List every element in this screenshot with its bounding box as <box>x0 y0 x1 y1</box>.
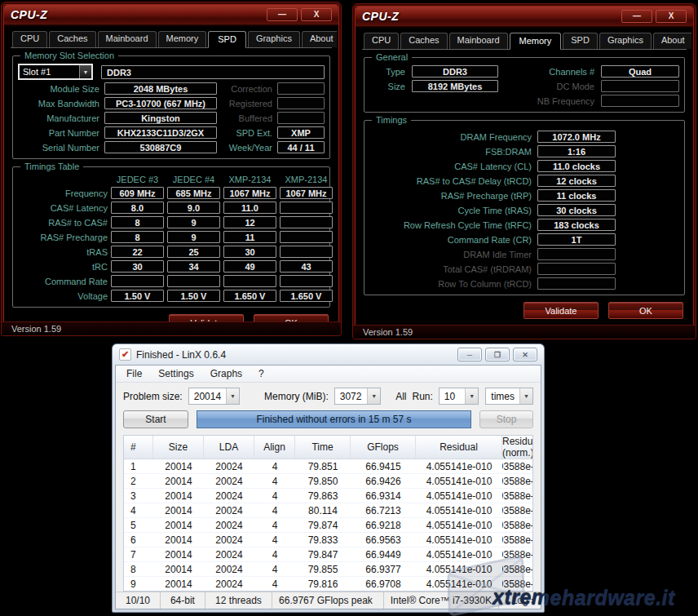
table-row[interactable]: 8 20014 20024 4 79.855 66.9377 4.055141e… <box>124 562 532 577</box>
tab-caches[interactable]: Caches <box>49 31 95 47</box>
run-count-select[interactable]: 10 ▼ <box>439 388 479 405</box>
tab-cpu[interactable]: CPU <box>364 33 399 49</box>
validate-button[interactable]: Validate <box>169 314 244 321</box>
log-button[interactable]: Log › <box>499 592 541 609</box>
cell-residual-norm: 3.593588e-002 <box>502 562 532 576</box>
tab-caches[interactable]: Caches <box>400 33 447 49</box>
title-bar[interactable]: ✔ Finished - LinX 0.6.4 ─ ❐ ✕ <box>115 344 541 365</box>
cell-residual-norm: 3.593588e-002 <box>502 474 532 488</box>
timing-row: Command Rate (CR) 1T <box>369 233 616 246</box>
minimize-button[interactable]: — <box>267 8 298 21</box>
tab-spd[interactable]: SPD <box>563 33 598 49</box>
memory-select[interactable]: 3072 ▼ <box>334 388 381 405</box>
title-bar[interactable]: CPU-Z — X <box>4 5 338 25</box>
menu-graphs[interactable]: Graphs <box>203 366 250 381</box>
column-header[interactable]: # <box>124 436 153 459</box>
table-header[interactable]: # Size LDA Align Time GFlops Residual Re… <box>124 436 532 459</box>
column-header[interactable]: Align <box>254 436 295 459</box>
tab-spd[interactable]: SPD <box>208 31 246 48</box>
menu-help[interactable]: ? <box>251 366 272 381</box>
field-label: Module Size <box>18 84 99 94</box>
column-header[interactable]: GFlops <box>351 436 416 459</box>
timing-value: 1072.0 MHz <box>537 131 616 143</box>
table-row[interactable]: 2 20014 20024 4 79.850 66.9426 4.055141e… <box>124 474 532 489</box>
dc-mode-value <box>601 80 679 92</box>
timing-label: CAS# Latency <box>18 203 108 213</box>
chevron-down-icon[interactable]: ▼ <box>465 388 478 404</box>
timing-label: Command Rate (CR) <box>369 235 532 245</box>
timing-value: 1.650 V <box>223 290 276 302</box>
timing-label: Voltage <box>18 291 108 301</box>
timings-column-headers: JEDEC #3 JEDEC #4 XMP-2134 XMP-2134 <box>18 175 325 184</box>
table-row[interactable]: 9 20014 20024 4 79.816 66.9708 4.055141e… <box>124 577 532 592</box>
cell-residual: 4.055141e-010 <box>416 577 502 591</box>
cell-gflops: 66.7213 <box>351 503 416 517</box>
problem-size-select[interactable]: 20014 ▼ <box>188 388 240 405</box>
cell-run-number: 8 <box>124 562 153 576</box>
tab-graphics[interactable]: Graphics <box>599 33 652 49</box>
tab-cpu[interactable]: CPU <box>12 31 47 47</box>
cpuz-memory-window: CPU-Z — X CPU Caches Mainboard Memory SP… <box>352 3 696 339</box>
chevron-down-icon[interactable]: ▼ <box>226 388 239 404</box>
group-title: Memory Slot Selection <box>20 51 118 60</box>
restore-button[interactable]: ❐ <box>485 348 510 361</box>
validate-button[interactable]: Validate <box>524 302 599 319</box>
tab-graphics[interactable]: Graphics <box>248 31 300 47</box>
minimize-button[interactable]: ─ <box>457 348 482 361</box>
cell-lda: 20024 <box>204 577 254 591</box>
timing-value: 685 MHz <box>167 187 220 199</box>
cell-time: 79.851 <box>295 459 351 473</box>
window-client: CPU Caches Mainboard Memory SPD Graphics… <box>357 29 691 325</box>
menu-file[interactable]: File <box>119 366 149 381</box>
tab-about[interactable]: About <box>302 31 337 47</box>
cell-lda: 20024 <box>204 518 254 532</box>
group-title: Timings <box>372 115 411 125</box>
ok-button[interactable]: OK <box>254 314 329 321</box>
table-row[interactable]: 4 20014 20024 4 80.114 66.7213 4.055141e… <box>124 503 532 518</box>
close-button[interactable]: X <box>656 10 687 23</box>
close-button[interactable]: X <box>301 8 332 21</box>
cell-run-number: 1 <box>124 459 153 473</box>
column-header[interactable]: Size <box>153 436 204 459</box>
cell-size: 20014 <box>153 474 204 488</box>
column-header[interactable]: Residual (norm.) <box>502 436 533 459</box>
tab-mainboard[interactable]: Mainboard <box>98 31 157 47</box>
run-units-select[interactable]: times ▼ <box>485 388 533 405</box>
cell-lda: 20024 <box>204 503 254 517</box>
table-row[interactable]: 1 20014 20024 4 79.851 66.9415 4.055141e… <box>124 459 532 474</box>
ok-button[interactable]: OK <box>608 302 683 319</box>
cell-lda: 20024 <box>204 547 254 561</box>
cell-residual: 4.055141e-010 <box>416 518 502 532</box>
chevron-down-icon[interactable]: ▼ <box>79 65 91 78</box>
cell-time: 79.874 <box>295 518 351 532</box>
timing-value <box>280 202 333 214</box>
column-header[interactable]: Time <box>295 436 351 459</box>
column-header: XMP-2134 <box>280 175 333 184</box>
column-header[interactable]: LDA <box>204 436 254 459</box>
minimize-button[interactable]: — <box>621 10 652 23</box>
tab-memory[interactable]: Memory <box>158 31 207 47</box>
stop-button[interactable]: Stop <box>479 410 533 428</box>
chevron-down-icon[interactable]: ▼ <box>519 388 532 404</box>
tab-about[interactable]: About <box>653 33 691 49</box>
column-header[interactable]: Residual <box>416 436 502 459</box>
table-row[interactable]: 7 20014 20024 4 79.847 66.9449 4.055141e… <box>124 547 532 562</box>
close-button[interactable]: ✕ <box>513 348 537 361</box>
table-row[interactable]: 5 20014 20024 4 79.874 66.9218 4.055141e… <box>124 518 532 533</box>
slot-dropdown[interactable]: Slot #1 ▼ <box>18 64 93 80</box>
tab-mainboard[interactable]: Mainboard <box>449 33 508 49</box>
cell-run-number: 9 <box>124 577 153 591</box>
chevron-down-icon[interactable]: ▼ <box>367 388 380 404</box>
start-button[interactable]: Start <box>123 410 188 428</box>
field-row: Manufacturer Kingston Buffered <box>18 112 325 124</box>
timing-value <box>537 263 616 275</box>
title-bar[interactable]: CPU-Z — X <box>356 7 693 27</box>
menu-settings[interactable]: Settings <box>151 366 201 381</box>
cell-residual: 4.055141e-010 <box>416 459 502 473</box>
table-row[interactable]: 6 20014 20024 4 79.833 66.9563 4.055141e… <box>124 533 532 547</box>
timings-row: Voltage 1.50 V 1.50 V 1.650 V 1.650 V <box>18 290 325 302</box>
field-value: 2048 MBytes <box>104 82 217 95</box>
cell-lda: 20024 <box>204 533 254 547</box>
tab-memory[interactable]: Memory <box>510 33 562 50</box>
table-row[interactable]: 3 20014 20024 4 79.863 66.9314 4.055141e… <box>124 489 532 503</box>
